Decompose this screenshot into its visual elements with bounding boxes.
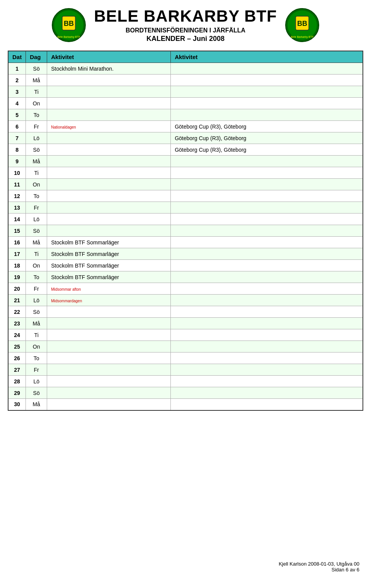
col-dat: Dat	[8, 51, 26, 63]
cell-akt1	[47, 225, 171, 237]
cell-dat: 30	[8, 399, 26, 410]
cell-dag: Ti	[26, 167, 47, 179]
cell-dag: Lö	[26, 132, 47, 144]
table-row: 26To	[8, 352, 363, 364]
cell-dag: Må	[26, 237, 47, 248]
cell-dat: 16	[8, 237, 26, 248]
cell-akt1	[47, 318, 171, 329]
cell-dat: 20	[8, 283, 26, 295]
page-footer: Kjell Karlson 2008-01-03, Utgåva 00 Sida…	[279, 561, 359, 573]
cell-dat: 12	[8, 190, 26, 202]
table-row: 1SöStockholm Mini Marathon.	[8, 63, 363, 75]
cell-dag: Fr	[26, 283, 47, 295]
cell-akt2	[171, 318, 363, 329]
cell-dat: 25	[8, 341, 26, 352]
cell-akt2	[171, 260, 363, 271]
cell-akt2	[171, 63, 363, 75]
cell-dat: 11	[8, 179, 26, 190]
header-text-block: BELE BARKARBY BTF BORDTENNISFÖRENINGEN I…	[94, 7, 277, 43]
table-row: 14Lö	[8, 214, 363, 225]
table-row: 13Fr	[8, 202, 363, 214]
cell-akt1	[47, 387, 171, 399]
col-akt1: Aktivitet	[47, 51, 171, 63]
table-row: 12To	[8, 190, 363, 202]
cell-dat: 28	[8, 376, 26, 387]
cell-dat: 29	[8, 387, 26, 399]
cell-akt1: Midsommar afton	[47, 283, 171, 295]
header-subtitle: BORDTENNISFÖRENINGEN I JÄRFÄLLA	[94, 27, 277, 34]
cell-akt1	[47, 399, 171, 410]
cell-dag: To	[26, 352, 47, 364]
table-row: 4On	[8, 98, 363, 109]
cell-dag: Ti	[26, 86, 47, 98]
cell-akt1: Midsommardagen	[47, 295, 171, 306]
table-row: 8SöGöteborg Cup (R3), Göteborg	[8, 144, 363, 156]
cell-akt1	[47, 376, 171, 387]
cell-dag: Lö	[26, 376, 47, 387]
table-row: 24Ti	[8, 329, 363, 341]
cell-akt2	[171, 156, 363, 167]
cell-akt1	[47, 98, 171, 109]
cell-dat: 8	[8, 144, 26, 156]
cell-dag: Ti	[26, 329, 47, 341]
cell-dag: Må	[26, 156, 47, 167]
cell-akt1	[47, 352, 171, 364]
cell-akt1: Stockolm BTF Sommarläger	[47, 260, 171, 271]
header-title: BELE BARKARBY BTF	[94, 7, 277, 25]
cell-akt2	[171, 98, 363, 109]
table-row: 23Må	[8, 318, 363, 329]
table-row: 27Fr	[8, 364, 363, 376]
table-row: 6FrNationaldagenGöteborg Cup (R3), Göteb…	[8, 121, 363, 132]
col-dag: Dag	[26, 51, 47, 63]
svg-text:Bele Barkarby BTF: Bele Barkarby BTF	[58, 36, 80, 39]
cell-akt2	[171, 283, 363, 295]
cell-akt1: Stockolm BTF Sommarläger	[47, 237, 171, 248]
cell-akt1	[47, 109, 171, 121]
cell-akt2: Göteborg Cup (R3), Göteborg	[171, 144, 363, 156]
cell-dag: To	[26, 190, 47, 202]
cell-akt2	[171, 295, 363, 306]
cell-akt2	[171, 341, 363, 352]
footer-line1: Kjell Karlson 2008-01-03, Utgåva 00	[279, 561, 359, 567]
cell-akt2	[171, 248, 363, 260]
cell-akt1	[47, 341, 171, 352]
cell-akt2	[171, 306, 363, 318]
cell-akt1: Stockholm Mini Marathon.	[47, 63, 171, 75]
cell-dat: 23	[8, 318, 26, 329]
cell-dat: 5	[8, 109, 26, 121]
cell-dat: 24	[8, 329, 26, 341]
cell-akt2	[171, 237, 363, 248]
cell-akt1	[47, 86, 171, 98]
table-row: 10Ti	[8, 167, 363, 179]
cell-dat: 27	[8, 364, 26, 376]
cell-akt2	[171, 364, 363, 376]
table-row: 3Ti	[8, 86, 363, 98]
cell-akt2	[171, 352, 363, 364]
cell-akt1	[47, 190, 171, 202]
cell-dag: To	[26, 271, 47, 283]
cell-akt1: Stockolm BTF Sommarläger	[47, 248, 171, 260]
table-row: 21LöMidsommardagen	[8, 295, 363, 306]
cell-dat: 9	[8, 156, 26, 167]
table-row: 22Sö	[8, 306, 363, 318]
cell-dag: Må	[26, 318, 47, 329]
cell-dag: Sö	[26, 144, 47, 156]
cell-akt1: Nationaldagen	[47, 121, 171, 132]
cell-dat: 13	[8, 202, 26, 214]
table-header-row: Dat Dag Aktivitet Aktivitet	[8, 51, 363, 63]
cell-akt2	[171, 329, 363, 341]
table-row: 16MåStockolm BTF Sommarläger	[8, 237, 363, 248]
cell-akt2	[171, 271, 363, 283]
cell-akt1	[47, 329, 171, 341]
table-row: 17TiStockolm BTF Sommarläger	[8, 248, 363, 260]
cell-akt2	[171, 399, 363, 410]
table-row: 20FrMidsommar afton	[8, 283, 363, 295]
svg-text:BB: BB	[297, 20, 307, 27]
cell-akt2	[171, 86, 363, 98]
cell-akt1	[47, 156, 171, 167]
cell-dat: 18	[8, 260, 26, 271]
cell-dat: 22	[8, 306, 26, 318]
cell-akt1	[47, 132, 171, 144]
cell-akt2	[171, 376, 363, 387]
cell-akt2	[171, 190, 363, 202]
